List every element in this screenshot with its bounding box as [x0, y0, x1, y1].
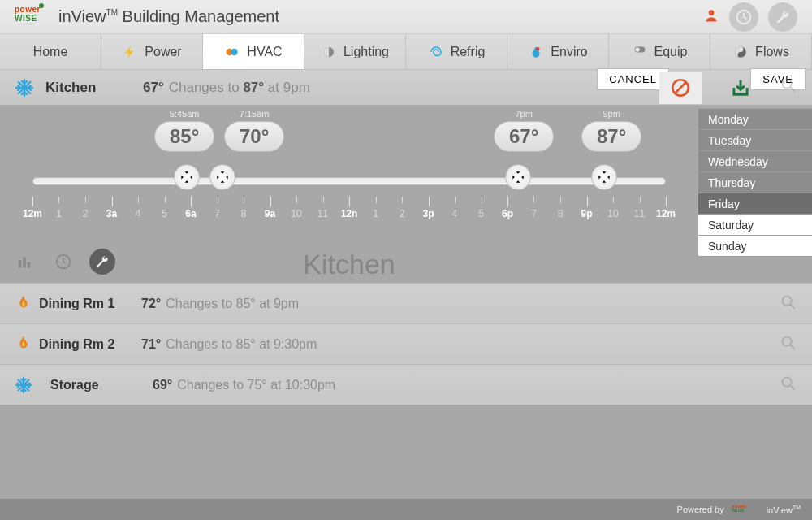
schedule-handle-0[interactable]: [174, 164, 200, 190]
tab-refrig[interactable]: Refrig: [406, 34, 508, 69]
zone-change: Changes to 85° at 9pm: [166, 297, 299, 311]
schedule-handle-3[interactable]: [591, 164, 617, 190]
schedule-panel: 5:45am85°7:15am70°7pm67°9pm87° 12m123a45…: [0, 109, 812, 283]
tick-label: 7: [214, 208, 220, 219]
snow-icon: [15, 376, 32, 394]
zone-temp: 71°: [141, 337, 161, 352]
svg-point-8: [709, 10, 715, 15]
day-sunday[interactable]: Sunday: [698, 236, 812, 257]
day-friday[interactable]: Friday: [698, 193, 812, 214]
day-saturday[interactable]: Saturday: [698, 214, 812, 236]
tab-equip[interactable]: Equip: [609, 34, 710, 69]
day-tuesday[interactable]: Tuesday: [698, 130, 812, 151]
app-header: power WISE inViewTM Building Management: [0, 0, 812, 34]
user-icon[interactable]: [703, 7, 719, 27]
search-icon[interactable]: [780, 375, 797, 396]
svg-point-13: [536, 47, 540, 51]
tick-label: 2: [400, 208, 405, 219]
tick-label: 10: [607, 208, 618, 219]
zone-change-text: Changes to 87° at 9pm: [169, 80, 310, 96]
tick-label: 6p: [502, 208, 513, 219]
zone-temp: 69°: [153, 378, 172, 392]
tick-label: 11: [634, 208, 645, 219]
tick-label: 10: [291, 208, 301, 219]
droplet-icon: [528, 44, 544, 60]
day-list: MondayTuesdayWednesdayThursdayFridaySatu…: [698, 109, 812, 257]
zone-current-temp: 67°: [143, 80, 164, 96]
svg-point-15: [635, 47, 639, 51]
schedule-track: [16, 172, 796, 188]
brand-logo: power WISE: [15, 5, 50, 29]
discard-button[interactable]: [659, 72, 702, 104]
tab-lighting[interactable]: Lighting: [304, 34, 406, 69]
tick-label: 4: [136, 208, 141, 219]
spiral-icon: [428, 44, 444, 60]
zone-change: Changes to 75° at 10:30pm: [177, 378, 335, 392]
zone-name: Storage: [50, 378, 153, 392]
zone-name: Kitchen: [45, 80, 143, 96]
tick-label: 5: [162, 208, 167, 219]
tab-enviro[interactable]: Enviro: [508, 34, 609, 69]
tick-label: 8: [558, 208, 564, 219]
setpoint-0[interactable]: 5:45am85°: [154, 109, 214, 152]
bolt-icon: [122, 44, 138, 60]
search-icon[interactable]: [780, 334, 797, 355]
svg-point-11: [231, 48, 238, 54]
zone-row-0[interactable]: Dining Rm 172°Changes to 85° at 9pm: [0, 283, 812, 323]
tick-label: 2: [83, 208, 89, 219]
setpoint-2[interactable]: 7pm67°: [494, 109, 554, 152]
day-wednesday[interactable]: Wednesday: [698, 151, 812, 172]
tick-label: 3a: [106, 208, 117, 219]
cancel-button[interactable]: CANCEL: [597, 68, 669, 90]
day-monday[interactable]: Monday: [698, 109, 812, 130]
schedule-handle-1[interactable]: [209, 164, 235, 190]
yinyang-icon: [732, 44, 749, 60]
zone-change: Changes to 85° at 9:30pm: [166, 337, 317, 352]
tick-label: 11: [317, 208, 328, 219]
tab-flows[interactable]: Flows: [710, 34, 812, 69]
search-icon[interactable]: [780, 76, 797, 98]
footer: Powered by power WISE inViewTM: [0, 499, 812, 520]
tick-label: 4: [452, 208, 458, 219]
tick-label: 7: [531, 208, 537, 219]
tab-hvac[interactable]: HVAC: [203, 34, 304, 69]
lighting-icon: [321, 44, 337, 60]
zone-header: Kitchen 67° Changes to 87° at 9pm CANCEL…: [0, 70, 812, 106]
tick-label: 9p: [581, 208, 592, 219]
toggle-icon: [632, 44, 648, 60]
hvac-icon: [224, 44, 240, 60]
tick-label: 1: [373, 208, 378, 219]
tick-label: 6a: [185, 208, 196, 219]
search-icon[interactable]: [780, 293, 797, 314]
app-title: inViewTM Building Management: [58, 7, 279, 26]
tab-power[interactable]: Power: [102, 34, 203, 69]
tick-label: 8: [241, 208, 247, 219]
setpoint-3[interactable]: 9pm87°: [581, 109, 641, 152]
panel-title: Kitchen: [0, 249, 698, 280]
setpoint-1[interactable]: 7:15am70°: [224, 109, 284, 152]
tick-label: 1: [56, 208, 62, 219]
day-thursday[interactable]: Thursday: [698, 172, 812, 193]
tick-label: 12n: [341, 208, 358, 219]
settings-icon[interactable]: [768, 2, 797, 32]
tick-label: 12m: [656, 208, 676, 219]
flame-icon: [15, 334, 32, 355]
zone-name: Dining Rm 2: [39, 337, 141, 352]
main-nav: Home Power HVAC Lighting Refrig Enviro E…: [0, 34, 812, 70]
clock-icon[interactable]: [729, 2, 758, 32]
tab-home[interactable]: Home: [0, 34, 102, 69]
zone-name: Dining Rm 1: [39, 297, 141, 311]
tick-label: 5: [478, 208, 484, 219]
zone-row-2[interactable]: Storage69°Changes to 75° at 10:30pm: [0, 364, 812, 405]
zone-temp: 72°: [141, 297, 161, 311]
tick-label: 9a: [265, 208, 275, 219]
tick-label: 12m: [23, 208, 42, 219]
zone-row-1[interactable]: Dining Rm 271°Changes to 85° at 9:30pm: [0, 323, 812, 364]
snowflake-icon: [15, 78, 34, 98]
flame-icon: [15, 293, 32, 314]
schedule-handle-2[interactable]: [505, 164, 531, 190]
tick-label: 3p: [422, 208, 434, 219]
